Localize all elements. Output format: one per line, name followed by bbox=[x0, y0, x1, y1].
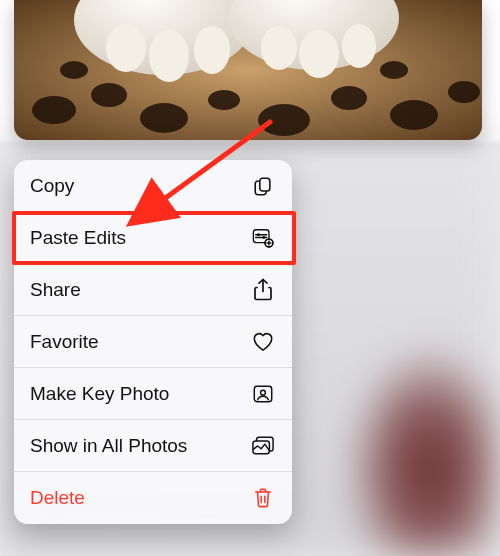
svg-point-17 bbox=[299, 30, 339, 78]
paste-edits-icon bbox=[250, 225, 276, 251]
svg-rect-25 bbox=[254, 386, 271, 402]
svg-point-13 bbox=[106, 24, 146, 72]
share-icon bbox=[250, 277, 276, 303]
trash-icon bbox=[250, 485, 276, 511]
photo-thumbnail[interactable] bbox=[14, 0, 482, 140]
svg-point-1 bbox=[32, 96, 76, 124]
svg-point-7 bbox=[390, 100, 438, 130]
menu-item-label: Share bbox=[30, 279, 250, 301]
menu-item-label: Copy bbox=[30, 175, 250, 197]
menu-item-share[interactable]: Share bbox=[14, 264, 292, 316]
svg-point-10 bbox=[380, 61, 408, 79]
menu-item-label: Favorite bbox=[30, 331, 250, 353]
screenshot-stage: Copy Paste Edits bbox=[0, 0, 500, 556]
menu-item-show-all[interactable]: Show in All Photos bbox=[14, 420, 292, 472]
svg-point-6 bbox=[331, 86, 367, 110]
svg-point-2 bbox=[91, 83, 127, 107]
context-menu: Copy Paste Edits bbox=[14, 160, 292, 524]
menu-item-delete[interactable]: Delete bbox=[14, 472, 292, 524]
svg-point-18 bbox=[342, 24, 376, 68]
svg-point-14 bbox=[149, 30, 189, 82]
heart-icon bbox=[250, 329, 276, 355]
svg-point-9 bbox=[60, 61, 88, 79]
key-photo-icon bbox=[250, 381, 276, 407]
menu-item-key-photo[interactable]: Make Key Photo bbox=[14, 368, 292, 420]
menu-item-paste-edits[interactable]: Paste Edits bbox=[14, 212, 292, 264]
svg-rect-19 bbox=[260, 178, 270, 191]
menu-item-label: Make Key Photo bbox=[30, 383, 250, 405]
photo-thumbnail-svg bbox=[14, 0, 482, 140]
menu-item-copy[interactable]: Copy bbox=[14, 160, 292, 212]
svg-point-8 bbox=[448, 81, 480, 103]
menu-item-label: Paste Edits bbox=[30, 227, 250, 249]
svg-point-5 bbox=[258, 104, 310, 136]
svg-point-15 bbox=[194, 26, 230, 74]
copy-icon bbox=[250, 173, 276, 199]
svg-point-4 bbox=[208, 90, 240, 110]
all-photos-icon bbox=[250, 433, 276, 459]
svg-point-26 bbox=[261, 390, 266, 395]
svg-point-3 bbox=[140, 103, 188, 133]
menu-item-label: Delete bbox=[30, 487, 250, 509]
svg-point-16 bbox=[261, 26, 297, 70]
menu-item-favorite[interactable]: Favorite bbox=[14, 316, 292, 368]
svg-point-22 bbox=[262, 236, 265, 239]
menu-item-label: Show in All Photos bbox=[30, 435, 250, 457]
svg-point-21 bbox=[257, 233, 260, 236]
